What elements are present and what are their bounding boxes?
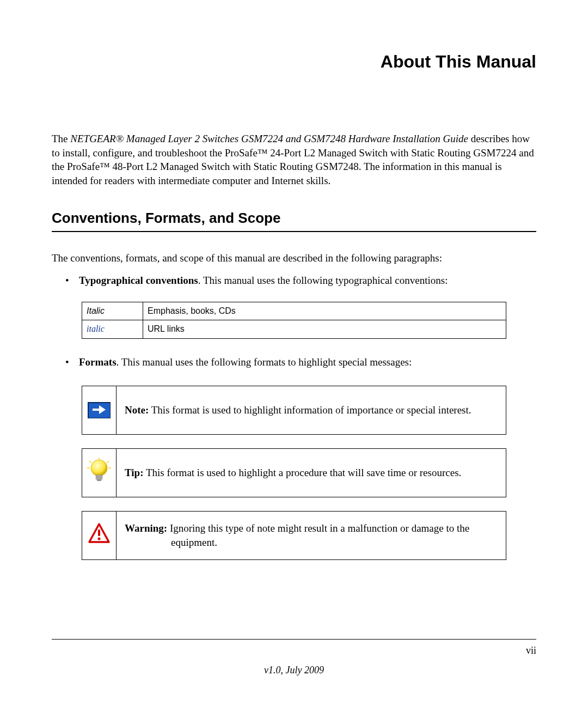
- table-row: italic URL links: [82, 320, 506, 338]
- note-body: This format is used to highlight informa…: [149, 404, 471, 416]
- intro-paragraph: The NETGEAR® Managed Layer 2 Switches GS…: [52, 132, 536, 188]
- bullet-typographical: Typographical conventions. This manual u…: [65, 273, 536, 338]
- note-icon-cell: [82, 386, 117, 434]
- conv-row2-col2: URL links: [143, 320, 506, 338]
- conventions-table: Italic Emphasis, books, CDs italic URL l…: [82, 302, 506, 339]
- conv-row1-col1: Italic: [82, 302, 143, 320]
- warning-body-line2: equipment.: [125, 535, 469, 550]
- page-footer: vii v1.0, July 2009: [52, 639, 536, 676]
- tip-icon-cell: [82, 449, 117, 497]
- tip-label: Tip:: [125, 467, 144, 478]
- bullet-formats: Formats. This manual uses the following …: [65, 355, 536, 561]
- bullet-formats-label: Formats: [79, 356, 117, 368]
- svg-rect-3: [97, 479, 101, 481]
- table-row: Italic Emphasis, books, CDs: [82, 302, 506, 320]
- bullet-typo-rest: . This manual uses the following typogra…: [198, 275, 448, 286]
- svg-line-7: [107, 461, 109, 463]
- svg-point-11: [98, 538, 101, 540]
- intro-doc-title: NETGEAR® Managed Layer 2 Switches GSM722…: [70, 133, 468, 144]
- note-text: Note: This format is used to highlight i…: [117, 386, 506, 434]
- lightbulb-icon: [85, 457, 113, 489]
- bullet-typo-label: Typographical conventions: [79, 275, 198, 286]
- warning-text: Warning: Ignoring this type of note migh…: [117, 512, 506, 559]
- svg-rect-10: [98, 530, 100, 536]
- page-title: About This Manual: [52, 52, 536, 72]
- arrow-right-icon: [88, 402, 111, 418]
- bullet-formats-rest: . This manual uses the following formats…: [117, 356, 412, 368]
- tip-callout: Tip: This format is used to highlight a …: [82, 448, 506, 497]
- warning-triangle-icon: [88, 522, 111, 549]
- svg-point-0: [91, 460, 107, 476]
- warning-body-line1: Ignoring this type of note might result …: [167, 522, 469, 534]
- note-callout: Note: This format is used to highlight i…: [82, 386, 506, 435]
- tip-body: This format is used to highlight a proce…: [144, 467, 462, 478]
- conv-row1-col2: Emphasis, books, CDs: [143, 302, 506, 320]
- conv-row2-col1: italic: [82, 320, 143, 338]
- svg-line-6: [89, 461, 91, 463]
- note-label: Note:: [125, 404, 149, 416]
- section-intro: The conventions, formats, and scope of t…: [52, 251, 536, 266]
- warning-icon-cell: [82, 512, 117, 559]
- section-heading: Conventions, Formats, and Scope: [52, 210, 536, 232]
- tip-text: Tip: This format is used to highlight a …: [117, 449, 506, 497]
- warning-label: Warning:: [125, 522, 167, 534]
- doc-version: v1.0, July 2009: [52, 665, 536, 676]
- page-number: vii: [52, 645, 536, 656]
- svg-rect-2: [96, 477, 102, 479]
- warning-callout: Warning: Ignoring this type of note migh…: [82, 511, 506, 560]
- intro-lead: The: [52, 133, 70, 144]
- svg-rect-1: [96, 475, 102, 477]
